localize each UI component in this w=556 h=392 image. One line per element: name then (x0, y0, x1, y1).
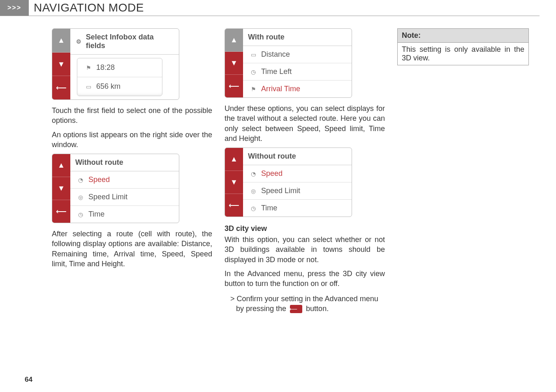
gauge-icon: ◔ (77, 176, 84, 184)
scroll-down-button[interactable]: ▼ (52, 53, 70, 76)
back-arrow-icon: ⟵ (229, 201, 239, 210)
option-time[interactable]: ◷ Time (70, 206, 179, 223)
infobox-inner-card: ⚑ 18:28 ▭ 656 km (77, 58, 162, 96)
option-speed-label: Speed (261, 169, 283, 178)
option-distance[interactable]: ▭ Distance (243, 46, 352, 63)
confirm-text-a: > Confirm your setting in the Advanced m… (230, 295, 378, 313)
back-button[interactable]: ⟵ (225, 75, 243, 97)
distance-icon: ▭ (85, 83, 92, 90)
page-header: >>> NAVIGATION MODE (0, 0, 540, 16)
widget-title: ⚙ Select Infobox data fields (70, 29, 179, 55)
option-time-label: Time (261, 204, 277, 212)
limit-icon: ◎ (77, 194, 84, 201)
note-box: Note: This setting is only available in … (397, 28, 529, 65)
back-arrow-icon: ⟵ (56, 207, 67, 216)
chevron-up-icon: ▲ (230, 36, 238, 44)
section-marker: >>> (0, 0, 29, 16)
back-button[interactable]: ⟵ (52, 200, 70, 223)
paragraph: Touch the first field to select one of t… (52, 106, 212, 126)
option-time-label: Time (88, 210, 104, 219)
option-speed-limit-label: Speed Limit (261, 187, 300, 195)
chevron-down-icon: ▼ (58, 184, 65, 193)
page-title: NAVIGATION MODE (34, 1, 144, 14)
paragraph: In the Advanced menu, press the 3D city … (225, 269, 385, 289)
scroll-up-button[interactable]: ▲ (52, 154, 70, 177)
widget-body: ⚙ Select Infobox data fields ⚑ 18:28 ▭ 6… (70, 29, 179, 99)
column-right: Note: This setting is only available in … (397, 28, 529, 314)
widget-title-text: Select Infobox data fields (86, 33, 174, 50)
widget-title-text: Without route (243, 148, 352, 165)
option-distance-label: Distance (261, 50, 290, 59)
clock-icon: ◷ (77, 211, 84, 218)
option-time-left-label: Time Left (261, 67, 292, 76)
infobox-row-time-value: 18:28 (96, 63, 115, 72)
paragraph: Under these options, you can select disp… (225, 104, 385, 143)
scroll-down-button[interactable]: ▼ (52, 177, 70, 200)
note-body: This setting is only available in the 3D… (398, 43, 528, 65)
option-speed-limit[interactable]: ◎ Speed Limit (70, 189, 179, 206)
flag-icon: ⚑ (250, 85, 257, 93)
paragraph: With this option, you can select whether… (225, 235, 385, 265)
paragraph: After selecting a route (cell with route… (52, 229, 212, 269)
clock-icon: ◷ (250, 68, 257, 76)
chevron-up-icon: ▲ (58, 161, 65, 170)
confirm-text-b: button. (306, 304, 329, 313)
widget-title-text: Without route (70, 154, 179, 171)
infobox-row-distance[interactable]: ▭ 656 km (77, 77, 162, 96)
back-arrow-icon: ⟵ (56, 83, 67, 92)
option-speed-limit-label: Speed Limit (88, 193, 127, 201)
back-button[interactable]: ⟵ (52, 76, 70, 99)
option-speed-limit[interactable]: ◎ Speed Limit (243, 182, 352, 200)
back-arrow-icon: ⟵ (229, 82, 239, 91)
chevron-down-icon: ▼ (58, 60, 65, 69)
option-arrival-time[interactable]: ⚑ Arrival Time (243, 81, 352, 97)
clock-icon: ◷ (250, 205, 257, 212)
widget-body: Without route ◔ Speed ◎ Speed Limit ◷ Ti… (243, 148, 352, 217)
scroll-up-button[interactable]: ▲ (52, 29, 70, 53)
option-time-left[interactable]: ◷ Time Left (243, 63, 352, 81)
distance-icon: ▭ (250, 51, 257, 58)
section-heading-3d: 3D city view (225, 224, 385, 233)
column-middle: ▲ ▼ ⟵ With route ▭ Distance ◷ Time Left (225, 28, 385, 314)
option-speed[interactable]: ◔ Speed (243, 165, 352, 182)
chevron-up-icon: ▲ (230, 155, 238, 164)
settings-icon: ⚙ (75, 38, 83, 45)
page-number: 64 (25, 376, 32, 384)
limit-icon: ◎ (250, 187, 257, 195)
infobox-fields-widget: ▲ ▼ ⟵ ⚙ Select Infobox data fields ⚑ 18 (52, 28, 179, 100)
scroll-up-button[interactable]: ▲ (225, 148, 243, 171)
scroll-up-button[interactable]: ▲ (225, 29, 243, 52)
note-title: Note: (398, 29, 528, 43)
option-speed[interactable]: ◔ Speed (70, 171, 179, 189)
with-route-widget: ▲ ▼ ⟵ With route ▭ Distance ◷ Time Left (225, 28, 352, 98)
infobox-row-distance-value: 656 km (96, 82, 120, 91)
chevron-down-icon: ▼ (230, 178, 238, 187)
column-left: ▲ ▼ ⟵ ⚙ Select Infobox data fields ⚑ 18 (52, 28, 212, 314)
without-route-widget-2: ▲ ▼ ⟵ Without route ◔ Speed ◎ Speed Limi… (225, 148, 352, 217)
paragraph: An options list appears on the right sid… (52, 130, 212, 150)
widget-nav: ▲ ▼ ⟵ (52, 154, 70, 223)
scroll-down-button[interactable]: ▼ (225, 52, 243, 75)
option-speed-label: Speed (88, 175, 110, 184)
widget-title-text: With route (243, 29, 352, 46)
chevron-up-icon: ▲ (58, 36, 65, 45)
scroll-down-button[interactable]: ▼ (225, 171, 243, 194)
chevron-down-icon: ▼ (230, 59, 238, 67)
content-columns: ▲ ▼ ⟵ ⚙ Select Infobox data fields ⚑ 18 (0, 24, 556, 314)
without-route-widget: ▲ ▼ ⟵ Without route ◔ Speed ◎ Speed Limi… (52, 154, 179, 223)
infobox-row-time[interactable]: ⚑ 18:28 (77, 58, 162, 77)
confirm-instruction: > Confirm your setting in the Advanced m… (225, 294, 385, 314)
widget-nav: ▲ ▼ ⟵ (52, 29, 70, 99)
gauge-icon: ◔ (250, 170, 257, 178)
widget-nav: ▲ ▼ ⟵ (225, 148, 243, 217)
widget-nav: ▲ ▼ ⟵ (225, 29, 243, 97)
back-button[interactable]: ⟵ (225, 194, 243, 217)
widget-body: Without route ◔ Speed ◎ Speed Limit ◷ Ti… (70, 154, 179, 223)
back-arrow-icon: ⟵ (290, 305, 302, 313)
option-time[interactable]: ◷ Time (243, 200, 352, 217)
flag-icon: ⚑ (85, 64, 92, 71)
widget-body: With route ▭ Distance ◷ Time Left ⚑ Arri… (243, 29, 352, 97)
option-arrival-time-label: Arrival Time (261, 85, 300, 93)
